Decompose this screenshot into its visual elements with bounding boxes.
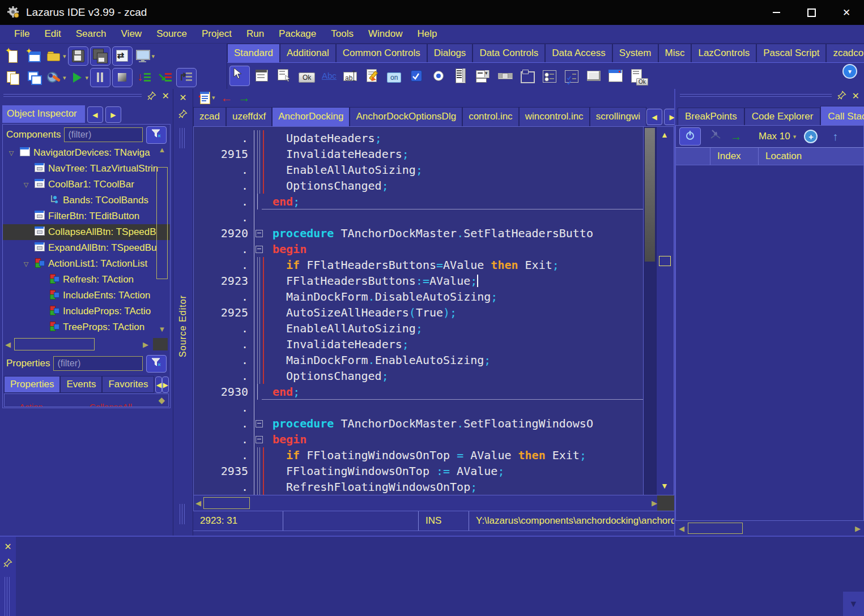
component-edit[interactable]: ab bbox=[341, 66, 360, 85]
panel-tab-breakpoints[interactable]: BreakPoints bbox=[678, 108, 744, 125]
minimize-button[interactable] bbox=[759, 0, 794, 25]
sort-diamond-icon[interactable]: ◆ bbox=[158, 395, 165, 405]
component-check-group[interactable] bbox=[562, 66, 581, 85]
components-filter-button[interactable] bbox=[146, 126, 167, 144]
maximize-button[interactable] bbox=[794, 0, 829, 25]
properties-filter-input[interactable]: (filter) bbox=[53, 356, 143, 371]
pause-button[interactable] bbox=[90, 68, 110, 87]
object-inspector-title-tab[interactable]: Object Inspector bbox=[2, 105, 85, 123]
palette-tab-standard[interactable]: Standard bbox=[227, 44, 280, 62]
next-page-button[interactable]: ▶ bbox=[105, 106, 121, 123]
palette-tab-system[interactable]: System bbox=[612, 44, 658, 62]
vscroll-thumb[interactable] bbox=[645, 128, 655, 262]
tree-scrollbar[interactable]: ▲ ▼ bbox=[156, 146, 168, 333]
palette-tab-zcadcont[interactable]: zcadcont bbox=[826, 44, 864, 62]
editor-tab-anchordocking[interactable]: AnchorDocking bbox=[272, 107, 350, 126]
fold-marker[interactable] bbox=[254, 162, 268, 178]
editor-tab-scrollingwi[interactable]: scrollingwi bbox=[590, 107, 646, 126]
scroll-right-icon[interactable]: ▶ bbox=[143, 341, 148, 348]
messages-area[interactable] bbox=[16, 537, 864, 616]
palette-tab-misc[interactable]: Misc bbox=[658, 44, 692, 62]
component-selector[interactable] bbox=[229, 66, 250, 86]
new-form-button[interactable]: ✦ bbox=[24, 47, 44, 65]
palette-overflow-button[interactable]: ▼ bbox=[842, 64, 859, 81]
scroll-down-icon[interactable]: ▼ bbox=[661, 481, 669, 490]
pin-icon[interactable] bbox=[3, 558, 12, 570]
up-frame-icon[interactable]: ↑ bbox=[832, 131, 838, 142]
view-forms-button[interactable] bbox=[24, 69, 44, 87]
fold-marker[interactable] bbox=[254, 352, 268, 368]
menu-project[interactable]: Project bbox=[194, 26, 239, 42]
tree-item-refresh[interactable]: Refresh: TAction bbox=[3, 272, 170, 288]
tree-item-collapseallbtn[interactable]: CollapseAllBtn: TSpeedB bbox=[3, 224, 170, 240]
fold-marker[interactable] bbox=[254, 225, 268, 241]
tree-hscroll-thumb[interactable] bbox=[14, 338, 95, 350]
tree-item-includeents[interactable]: IncludeEnts: TAction bbox=[3, 288, 170, 303]
property-grid-clipped-row[interactable]: Action CollapseAll ◆ bbox=[4, 393, 169, 407]
open-folder-button[interactable]: ▾ bbox=[45, 47, 66, 65]
component-radio-group[interactable] bbox=[540, 66, 559, 85]
fold-marker[interactable] bbox=[254, 320, 268, 336]
more-frames-button[interactable]: + bbox=[804, 130, 818, 143]
fold-marker[interactable] bbox=[254, 289, 268, 305]
palette-tab-data-access[interactable]: Data Access bbox=[545, 44, 612, 62]
menu-source[interactable]: Source bbox=[149, 26, 194, 42]
menu-tools[interactable]: Tools bbox=[324, 26, 361, 42]
code-area[interactable]: . UpdateHeaders;2915 InvalidateHeaders;.… bbox=[194, 127, 643, 495]
fold-marker[interactable] bbox=[254, 400, 268, 416]
save-all-button[interactable] bbox=[90, 46, 110, 66]
menu-window[interactable]: Window bbox=[361, 26, 410, 42]
tab-properties[interactable]: Properties bbox=[4, 376, 60, 393]
component-checkbox[interactable] bbox=[407, 66, 427, 85]
dock-grip[interactable] bbox=[680, 94, 832, 99]
hscroll-thumb[interactable] bbox=[203, 497, 250, 509]
palette-tab-lazcontrols[interactable]: LazControls bbox=[691, 44, 756, 62]
fold-marker[interactable] bbox=[254, 447, 268, 463]
navigate-forward-icon[interactable]: → bbox=[239, 92, 250, 104]
view-windows-button[interactable]: ▾ bbox=[134, 47, 155, 65]
tree-scroll-thumb[interactable] bbox=[156, 167, 168, 279]
new-unit-button[interactable]: ✦ bbox=[3, 47, 23, 65]
close-panel-icon[interactable]: ✕ bbox=[162, 92, 169, 101]
tab-events[interactable]: Events bbox=[60, 376, 102, 393]
palette-tab-pascal-script[interactable]: Pascal Script bbox=[756, 44, 826, 62]
panel-tab-call-stack[interactable]: Call Stack bbox=[820, 106, 864, 125]
dock-grip[interactable] bbox=[180, 504, 186, 524]
scroll-up-icon[interactable]: ▲ bbox=[159, 146, 166, 153]
scroll-left-icon[interactable]: ◀ bbox=[195, 499, 201, 507]
dropdown-arrow-icon[interactable]: ▾ bbox=[86, 74, 89, 82]
tabs-scroll-right-button[interactable]: ▶ bbox=[162, 377, 169, 393]
call-stack-list[interactable] bbox=[675, 165, 864, 521]
dock-grip[interactable] bbox=[180, 128, 186, 148]
fold-marker[interactable] bbox=[254, 384, 268, 400]
fold-marker[interactable] bbox=[254, 305, 268, 320]
power-button[interactable] bbox=[679, 127, 701, 146]
close-button[interactable]: ✕ bbox=[829, 0, 864, 25]
editor-tab-anchordockoptionsdlg[interactable]: AnchorDockOptionsDlg bbox=[350, 107, 462, 126]
location-column-header[interactable]: Location bbox=[758, 148, 863, 165]
close-panel-icon[interactable]: ✕ bbox=[852, 92, 859, 101]
tree-item-navtree[interactable]: NavTree: TLazVirtualStrin bbox=[3, 161, 170, 177]
max-depth-dropdown[interactable]: Max 10 ▾ bbox=[759, 131, 796, 142]
fold-marker[interactable] bbox=[254, 416, 268, 431]
fold-marker[interactable] bbox=[254, 257, 268, 273]
component-memo[interactable] bbox=[363, 66, 382, 85]
fold-marker[interactable] bbox=[254, 431, 268, 447]
component-listbox[interactable] bbox=[452, 66, 471, 85]
hscroll-thumb[interactable] bbox=[688, 523, 743, 534]
tree-item-actionlist1[interactable]: ▽ActionList1: TActionList bbox=[3, 256, 170, 272]
menu-help[interactable]: Help bbox=[410, 26, 444, 42]
tree-item-coolbar1[interactable]: ▽CoolBar1: TCoolBar bbox=[3, 177, 170, 192]
dock-grip[interactable] bbox=[3, 94, 142, 99]
component-combobox[interactable]: ▾ bbox=[474, 66, 493, 85]
close-dock-icon[interactable]: ✕ bbox=[4, 542, 11, 551]
components-filter-input[interactable]: (filter) bbox=[64, 127, 143, 142]
navigate-back-icon[interactable]: ← bbox=[221, 92, 233, 104]
scroll-left-icon[interactable]: ◀ bbox=[679, 525, 684, 532]
component-label[interactable]: Abc bbox=[319, 66, 338, 85]
dropdown-arrow-icon[interactable]: ▾ bbox=[63, 53, 66, 60]
component-popup-menu[interactable] bbox=[275, 66, 294, 85]
scroll-right-icon[interactable]: ▶ bbox=[855, 525, 861, 532]
editor-vertical-scrollbar[interactable] bbox=[643, 127, 656, 495]
fold-marker[interactable] bbox=[254, 368, 268, 384]
